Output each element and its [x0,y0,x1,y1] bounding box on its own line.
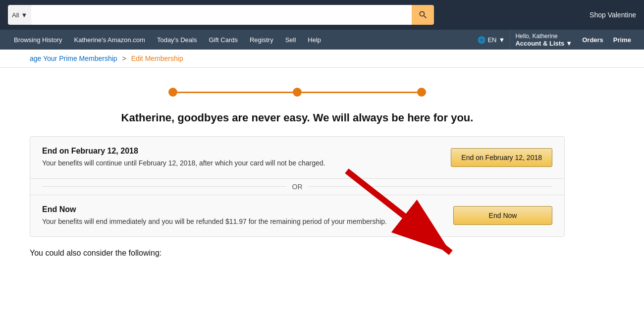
shop-valentine-text: Shop Valentine [590,11,636,19]
sidebar-item-sell[interactable]: Sell [279,30,302,50]
option-1-text: End on February 12, 2018 Your benefits w… [42,147,325,168]
search-container: All ▼ [8,5,434,25]
or-divider: OR [30,178,564,195]
option-2-title: End Now [42,205,387,214]
progress-dot-3 [417,88,426,97]
prime-link[interactable]: Prime [608,30,636,50]
sidebar-item-todays-deals[interactable]: Today's Deals [151,30,203,50]
hello-label: Hello, Katherine [515,33,572,40]
shop-valentine-label: Shop Valentine [590,11,636,19]
option-2-row: End Now Your benefits will end immediate… [30,195,564,237]
breadcrumb-current: Edit Membership [131,54,183,62]
option-1-description: Your benefits will continue until Februa… [42,159,325,168]
end-now-button[interactable]: End Now [453,206,552,225]
goodbye-heading: Katherine, goodbyes are never easy. We w… [30,111,565,124]
lang-label: EN [487,36,496,44]
account-lists-label: Account & Lists ▼ [515,40,572,47]
breadcrumb: age Your Prime Membership > Edit Members… [0,50,644,68]
sidebar-item-katherines-amazon[interactable]: Katherine's Amazon.com [68,30,151,50]
language-selector[interactable]: 🌐 EN ▼ [473,30,510,50]
option-1-row: End on February 12, 2018 Your benefits w… [30,137,564,178]
search-category-selector[interactable]: All ▼ [8,5,31,25]
globe-icon: 🌐 [478,36,485,44]
sidebar-item-registry[interactable]: Registry [244,30,279,50]
progress-dot-2 [293,88,302,97]
progress-line [168,88,426,97]
or-label: OR [292,183,303,191]
search-input[interactable] [31,5,412,25]
end-on-feb-button[interactable]: End on February 12, 2018 [451,148,552,167]
manage-prime-link[interactable]: age Your Prime Membership [30,54,117,62]
sidebar-item-browsing-history[interactable]: Browsing History [8,30,68,50]
consider-heading: You could also consider the following: [30,249,565,258]
options-box: End on February 12, 2018 Your benefits w… [30,136,565,237]
nav-right: 🌐 EN ▼ Hello, Katherine Account & Lists … [473,30,636,50]
progress-steps [30,88,565,97]
progress-segment-1 [177,92,293,93]
account-section[interactable]: Hello, Katherine Account & Lists ▼ [510,30,577,50]
breadcrumb-separator: > [122,54,126,62]
main-content: Katherine, goodbyes are never easy. We w… [0,68,594,268]
chevron-down-icon: ▼ [499,36,505,44]
category-label: All [12,11,19,19]
progress-segment-2 [302,92,417,93]
sidebar-item-gift-cards[interactable]: Gift Cards [203,30,244,50]
option-1-title: End on February 12, 2018 [42,147,325,156]
orders-link[interactable]: Orders [577,30,608,50]
top-bar: All ▼ Shop Valentine [0,0,644,30]
search-button[interactable] [412,5,434,25]
option-2-text: End Now Your benefits will end immediate… [42,205,387,227]
chevron-down-icon: ▼ [566,40,572,47]
option-2-description: Your benefits will end immediately and y… [42,217,387,227]
search-icon [418,10,428,20]
progress-dot-1 [168,88,177,97]
chevron-down-icon: ▼ [21,11,27,19]
nav-bar: Browsing History Katherine's Amazon.com … [0,30,644,50]
sidebar-item-help[interactable]: Help [302,30,327,50]
